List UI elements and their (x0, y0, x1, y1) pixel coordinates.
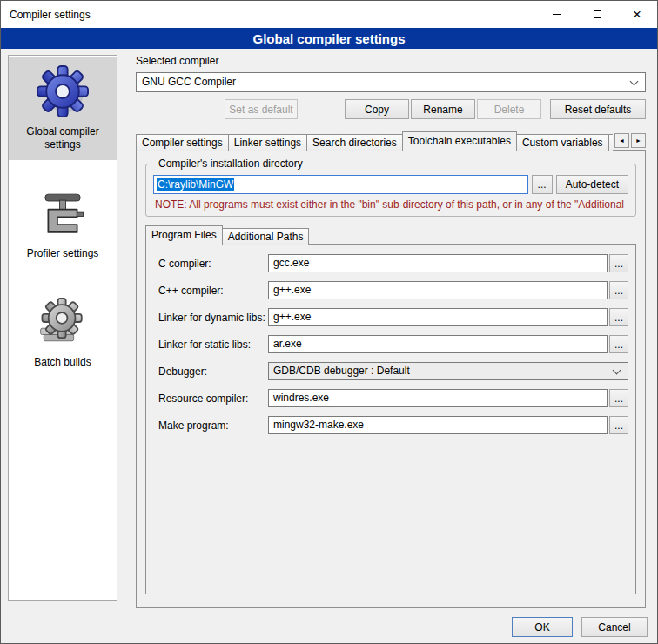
program-files-panel: C compiler: gcc.exe ... C++ compiler: g+… (145, 244, 636, 594)
tab-toolchain-executables[interactable]: Toolchain executables (402, 131, 517, 151)
chevron-down-icon (630, 77, 639, 86)
window-title: Compiler settings (1, 9, 91, 21)
dialog-header: Global compiler settings (1, 28, 657, 49)
form-row: C compiler: gcc.exe ... (158, 254, 628, 272)
minimize-button[interactable] (537, 1, 577, 28)
dialog-footer: OK Cancel (512, 617, 648, 637)
chevron-down-icon (613, 366, 621, 375)
form-row: Resource compiler: windres.exe ... (158, 389, 628, 407)
form-row: Linker for static libs: ar.exe ... (158, 335, 628, 353)
install-dir-selected-text: C:\raylib\MinGW (157, 178, 234, 191)
field-label: Linker for static libs: (158, 339, 268, 351)
note-text: NOTE: All programs must exist either in … (155, 198, 627, 211)
tab-build-options[interactable]: Builc (608, 134, 613, 151)
compiler-settings-window: Compiler settings × Global compiler sett… (0, 0, 658, 644)
tab-custom-variables[interactable]: Custom variables (516, 134, 609, 151)
field-label: Linker for dynamic libs: (158, 312, 268, 324)
field-label: C compiler: (158, 258, 268, 270)
tab-scroll-left-button[interactable]: ◄ (614, 133, 629, 148)
toolchain-executables-panel: Compiler's installation directory C:\ray… (136, 150, 646, 608)
sidebar-item-label: Profiler settings (12, 247, 113, 260)
subtab-additional-paths[interactable]: Additional Paths (222, 228, 310, 245)
compiler-select[interactable]: GNU GCC Compiler (136, 72, 646, 92)
maximize-icon (594, 10, 601, 18)
form-row: C++ compiler: g++.exe ... (158, 281, 628, 299)
program-files-tabbar: Program Files Additional Paths (145, 225, 636, 245)
compiler-select-value: GNU GCC Compiler (142, 76, 236, 88)
reset-defaults-button[interactable]: Reset defaults (550, 99, 646, 119)
batch-builds-gear-icon (12, 295, 113, 349)
resource-compiler-input[interactable]: windres.exe (268, 389, 608, 407)
install-dir-group: Compiler's installation directory C:\ray… (145, 158, 636, 217)
subtab-program-files[interactable]: Program Files (145, 225, 223, 245)
form-row: Linker for dynamic libs: g++.exe ... (158, 308, 628, 326)
field-label: C++ compiler: (158, 285, 268, 297)
titlebar[interactable]: Compiler settings × (1, 1, 657, 28)
make-program-browse-button[interactable]: ... (609, 416, 628, 434)
rename-button[interactable]: Rename (411, 99, 475, 119)
selected-compiler-label: Selected compiler (136, 55, 646, 69)
field-value: mingw32-make.exe (273, 419, 364, 431)
sidebar-item-label: Global compiler settings (12, 125, 113, 151)
debugger-select[interactable]: GDB/CDB debugger : Default (268, 362, 628, 380)
field-value: g++.exe (273, 311, 311, 323)
cpp-compiler-input[interactable]: g++.exe (268, 281, 608, 299)
static-linker-input[interactable]: ar.exe (268, 335, 608, 353)
tab-compiler-settings[interactable]: Compiler settings (136, 134, 229, 151)
field-value: windres.exe (273, 392, 329, 404)
form-row: Debugger: GDB/CDB debugger : Default (158, 362, 628, 380)
copy-button[interactable]: Copy (345, 99, 409, 119)
profiler-clamp-icon (12, 186, 113, 240)
delete-button[interactable]: Delete (477, 99, 541, 119)
c-compiler-browse-button[interactable]: ... (609, 254, 628, 272)
field-value: g++.exe (273, 284, 311, 296)
field-label: Debugger: (158, 366, 268, 378)
c-compiler-input[interactable]: gcc.exe (268, 254, 608, 272)
sidebar-item-global-compiler-settings[interactable]: Global compiler settings (9, 57, 117, 160)
close-icon: × (633, 7, 641, 22)
tab-scroll-arrows: ◄ ► (614, 133, 646, 148)
install-dir-group-title: Compiler's installation directory (155, 158, 306, 170)
main-content: Selected compiler GNU GCC Compiler Set a… (136, 55, 646, 608)
cpp-compiler-browse-button[interactable]: ... (609, 281, 628, 299)
sidebar-item-batch-builds[interactable]: Batch builds (9, 288, 117, 378)
sidebar-item-profiler-settings[interactable]: Profiler settings (9, 179, 117, 269)
ok-button[interactable]: OK (512, 617, 573, 637)
maximize-button[interactable] (577, 1, 617, 28)
tab-search-directories[interactable]: Search directories (306, 134, 403, 151)
make-program-input[interactable]: mingw32-make.exe (268, 416, 608, 434)
field-value: ar.exe (273, 338, 302, 350)
tab-scroll-right-button[interactable]: ► (631, 133, 646, 148)
field-value: gcc.exe (273, 257, 309, 269)
tabs-viewport: Compiler settings Linker settings Search… (136, 131, 613, 151)
tab-linker-settings[interactable]: Linker settings (228, 134, 307, 151)
resource-compiler-browse-button[interactable]: ... (609, 389, 628, 407)
window-controls: × (537, 1, 657, 28)
cancel-button[interactable]: Cancel (581, 617, 648, 637)
static-linker-browse-button[interactable]: ... (609, 335, 628, 353)
settings-category-sidebar: Global compiler settings Profiler settin… (8, 55, 118, 601)
global-settings-gear-icon (12, 64, 113, 118)
install-dir-browse-button[interactable]: ... (532, 175, 553, 194)
minimize-icon (553, 14, 561, 15)
settings-tabbar: Compiler settings Linker settings Search… (136, 131, 646, 151)
field-label: Resource compiler: (158, 392, 268, 405)
dynamic-linker-input[interactable]: g++.exe (268, 308, 608, 326)
sidebar-item-label: Batch builds (12, 356, 113, 369)
install-dir-input[interactable]: C:\raylib\MinGW (153, 175, 528, 194)
dynamic-linker-browse-button[interactable]: ... (609, 308, 628, 326)
close-button[interactable]: × (617, 1, 657, 28)
form-row: Make program: mingw32-make.exe ... (158, 416, 628, 434)
compiler-actions: Set as default Copy Rename Delete Reset … (136, 99, 646, 119)
autodetect-button[interactable]: Auto-detect (556, 175, 628, 194)
install-dir-row: C:\raylib\MinGW ... Auto-detect (153, 175, 628, 194)
set-as-default-button[interactable]: Set as default (225, 99, 298, 119)
field-value: GDB/CDB debugger : Default (273, 365, 410, 377)
field-label: Make program: (158, 419, 268, 432)
